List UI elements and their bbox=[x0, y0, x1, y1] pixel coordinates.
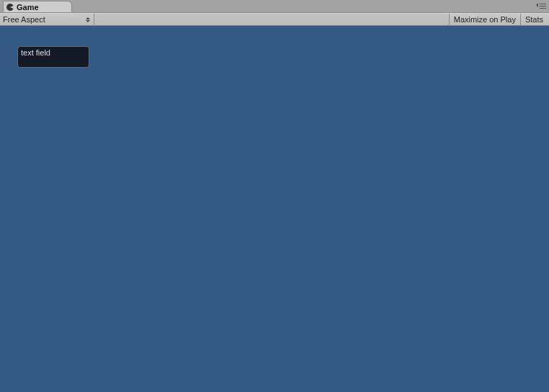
stats-label: Stats bbox=[525, 15, 543, 24]
maximize-label: Maximize on Play bbox=[454, 15, 516, 24]
text-field-value: text field bbox=[21, 48, 50, 57]
game-viewport: text field bbox=[0, 26, 549, 392]
game-window: Game Free Aspect Maximize on Play Stats bbox=[0, 0, 549, 392]
tab-game[interactable]: Game bbox=[3, 1, 72, 12]
tab-label: Game bbox=[17, 3, 39, 12]
maximize-on-play-toggle[interactable]: Maximize on Play bbox=[450, 14, 521, 25]
aspect-dropdown[interactable]: Free Aspect bbox=[0, 14, 94, 25]
text-field[interactable]: text field bbox=[17, 46, 89, 68]
game-toolbar: Free Aspect Maximize on Play Stats bbox=[0, 13, 549, 26]
toolbar-spacer bbox=[94, 14, 450, 25]
updown-icon bbox=[85, 17, 91, 22]
svg-rect-1 bbox=[540, 6, 546, 6]
panel-options-icon[interactable] bbox=[536, 3, 546, 10]
svg-rect-0 bbox=[540, 4, 546, 4]
stats-toggle[interactable]: Stats bbox=[521, 14, 549, 25]
svg-rect-2 bbox=[540, 8, 546, 9]
aspect-label: Free Aspect bbox=[3, 15, 85, 24]
tab-bar: Game bbox=[0, 0, 549, 13]
pacman-icon bbox=[6, 4, 14, 11]
